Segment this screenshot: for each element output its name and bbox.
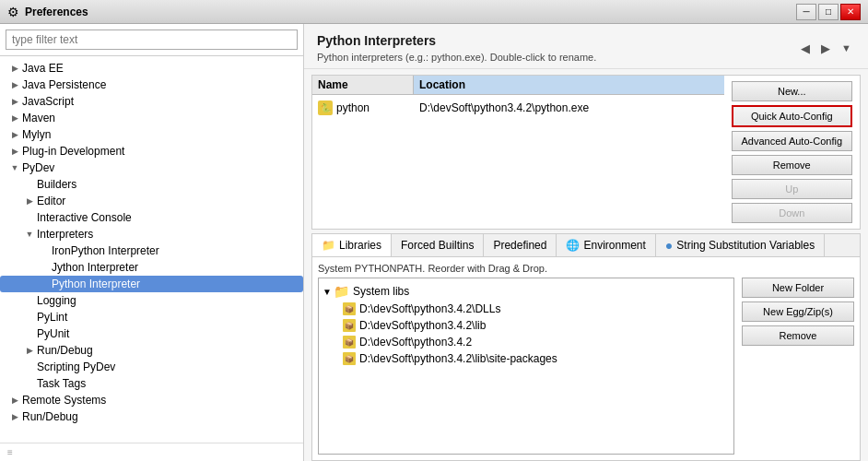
sidebar-item-label: Run/Debug [37,344,303,357]
sidebar-item-python-interpreter[interactable]: Python Interpreter [0,276,303,292]
app-icon: ⚙ [7,5,19,19]
path-tree-container[interactable]: ▼ 📁 System libs 📦 D:\devSoft\python3.4.2… [318,278,734,455]
minimize-button[interactable]: ─ [796,4,816,20]
nav-dropdown-button[interactable]: ▼ [838,41,855,55]
sidebar-item-javascript[interactable]: ▶ JavaScript [0,93,303,110]
sidebar-item-interactive-console[interactable]: Interactive Console [0,209,303,226]
sidebar-item-interpreters[interactable]: ▼ Interpreters [0,226,303,242]
sidebar-item-label: Logging [37,294,303,307]
nav-back-button[interactable]: ◀ [797,40,814,57]
path-row-1[interactable]: 📦 D:\devSoft\python3.4.2\lib [323,317,730,334]
sidebar-item-jython[interactable]: Jython Interpreter [0,259,303,276]
sidebar-item-pylint[interactable]: PyLint [0,309,303,325]
sidebar-item-java-ee[interactable]: ▶ Java EE [0,60,303,77]
sidebar-item-remote-systems[interactable]: ▶ Remote Systems [0,392,303,408]
sidebar-item-label: Interactive Console [37,211,303,224]
sidebar-item-label: Mylyn [22,128,303,141]
sidebar-item-mylyn[interactable]: ▶ Mylyn [0,126,303,143]
sidebar-item-plugin-dev[interactable]: ▶ Plug-in Development [0,143,303,160]
system-libs-row[interactable]: ▼ 📁 System libs [323,282,730,301]
quick-auto-config-button[interactable]: Quick Auto-Config [732,105,852,127]
sidebar-item-label: Java Persistence [22,78,303,91]
path-row-0[interactable]: 📦 D:\devSoft\python3.4.2\DLLs [323,301,730,317]
lib-icon: 📦 [343,319,356,332]
expand-icon: ▶ [7,396,22,405]
expand-icon: ▶ [7,97,22,106]
tabs-section: 📁 Libraries Forced Builtins Predefined 🌐… [311,233,861,461]
folder-icon: 📁 [334,284,349,299]
expand-icon: ▼ [22,230,37,239]
lib-icon: 📦 [343,336,356,349]
advanced-auto-config-button[interactable]: Advanced Auto-Config [732,131,852,151]
interpreter-section: Name Location 🐍 python D:\devSoft\python… [311,75,861,230]
tab-content-libraries: System PYTHONPATH. Reorder with Drag & D… [312,257,860,460]
sidebar-item-maven[interactable]: ▶ Maven [0,110,303,126]
sidebar-item-label: Editor [37,195,303,207]
sidebar-item-label: Python Interpreter [52,278,303,290]
page-title: Python Interpreters [317,33,596,48]
path-row-2[interactable]: 📦 D:\devSoft\python3.4.2 [323,334,730,350]
lib-icon: 📦 [343,302,356,315]
tab-libraries[interactable]: 📁 Libraries [312,234,392,257]
tab-predefined[interactable]: Predefined [484,234,557,256]
sidebar-item-builders[interactable]: Builders [0,176,303,193]
resize-handle[interactable]: ≡ [4,445,17,459]
sidebar-item-label: IronPython Interpreter [52,244,303,257]
path-label: D:\devSoft\python3.4.2\lib [359,319,486,332]
page-subtitle: Python interpreters (e.g.: python.exe). … [317,52,596,63]
sidebar-item-pyunit[interactable]: PyUnit [0,325,303,342]
window-title: Preferences [25,6,88,18]
up-button[interactable]: Up [732,179,852,199]
down-button[interactable]: Down [732,203,852,223]
interpreter-table: Name Location 🐍 python D:\devSoft\python… [312,76,724,229]
expand-icon: ▶ [7,80,22,89]
remove-interp-button[interactable]: Remove [732,155,852,175]
sidebar-item-run-debug[interactable]: ▶ Run/Debug [0,342,303,359]
sidebar-item-label: Remote Systems [22,394,303,407]
sidebar-item-scripting-pydev[interactable]: Scripting PyDev [0,359,303,375]
sidebar-item-label: Jython Interpreter [52,261,303,274]
table-header: Name Location [312,76,724,95]
tab-string-subst[interactable]: ● String Substitution Variables [656,234,825,256]
content-header: Python Interpreters Python interpreters … [304,24,868,69]
filter-input[interactable] [6,30,298,50]
tab-forced-builtins[interactable]: Forced Builtins [392,234,484,256]
sidebar-item-editor[interactable]: ▶ Editor [0,193,303,209]
sidebar-item-ironpython[interactable]: IronPython Interpreter [0,242,303,259]
path-label: D:\devSoft\python3.4.2\DLLs [359,302,500,315]
nav-forward-button[interactable]: ▶ [817,40,834,57]
tab-environment[interactable]: 🌐 Environment [557,234,655,256]
new-egg-zip-button[interactable]: New Egg/Zip(s) [742,301,854,322]
sidebar-item-label: Plug-in Development [22,145,303,158]
sidebar-item-label: Task Tags [37,377,303,390]
interpreter-location-cell: D:\devSoft\python3.4.2\python.exe [414,100,724,116]
system-libs-label: System libs [353,285,409,298]
content-area: Python Interpreters Python interpreters … [304,24,868,461]
sidebar-item-label: PyLint [37,311,303,324]
sidebar-item-java-persistence[interactable]: ▶ Java Persistence [0,77,303,93]
sidebar-item-logging[interactable]: Logging [0,292,303,309]
sidebar-item-label: Maven [22,112,303,124]
filter-box [0,24,303,56]
path-row-3[interactable]: 📦 D:\devSoft\python3.4.2\lib\site-packag… [323,350,730,367]
sidebar-item-run-debug-top[interactable]: ▶ Run/Debug [0,408,303,425]
close-button[interactable]: ✕ [840,4,861,20]
expand-icon: ▶ [7,64,22,73]
interpreter-row[interactable]: 🐍 python D:\devSoft\python3.4.2\python.e… [312,95,724,121]
interpreter-name-cell: 🐍 python [312,99,414,117]
sidebar-item-pydev[interactable]: ▼ PyDev [0,160,303,176]
sidebar-item-task-tags[interactable]: Task Tags [0,375,303,392]
tab-label: Libraries [339,239,381,252]
string-subst-icon: ● [665,238,673,253]
tab-label: String Substitution Variables [676,239,815,252]
new-button[interactable]: New... [732,81,852,101]
expand-icon: ▶ [22,346,37,355]
sidebar-item-label: Builders [37,178,303,191]
lib-icon: 📦 [343,352,356,365]
libraries-tab-icon: 📁 [322,239,335,252]
maximize-button[interactable]: □ [818,4,839,20]
sidebar-tree: ▶ Java EE ▶ Java Persistence ▶ JavaScrip… [0,56,303,443]
sidebar-bottom: ≡ [0,443,303,461]
new-folder-button[interactable]: New Folder [742,278,854,298]
remove-path-button[interactable]: Remove [742,325,854,346]
